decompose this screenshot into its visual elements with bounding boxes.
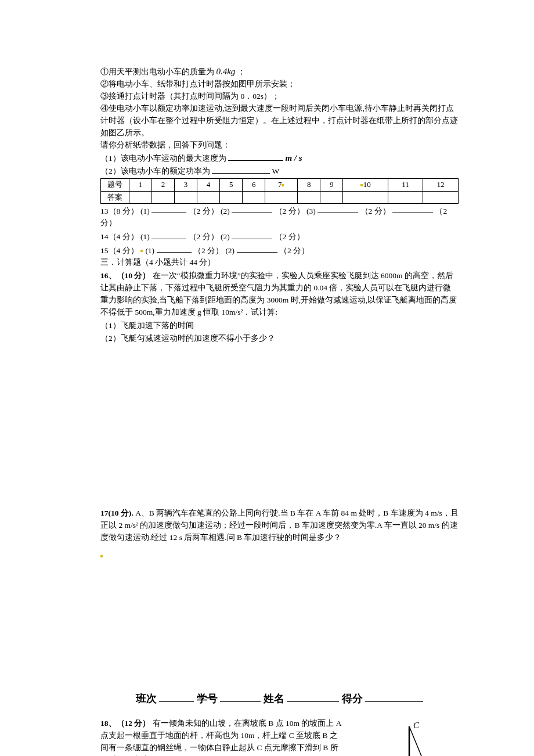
q13-head: 13（8 分） (1) [100, 206, 150, 215]
col-12: 12 [423, 179, 458, 191]
q18-figure: A B C [348, 718, 459, 756]
slope-diagram-icon: A B C [348, 718, 459, 756]
ans-3[interactable] [175, 191, 197, 203]
q13-blank-1[interactable] [151, 205, 186, 214]
class-label: 班次 [136, 693, 157, 704]
q15-sub1: (1) [145, 246, 154, 254]
unit-ms: m / s [286, 153, 302, 163]
blank-power[interactable] [212, 165, 270, 174]
q14-tail: （2 分） [275, 232, 305, 241]
q13-mid3: （2 分） [360, 206, 391, 215]
q13-blank-4[interactable] [392, 205, 433, 214]
q13-blank-3[interactable] [317, 205, 358, 214]
ans-7[interactable] [265, 191, 298, 203]
q18-head: 18、（12 分） [100, 719, 150, 728]
q15-head: 15（4 分） [100, 246, 139, 254]
section-3-title: 三．计算题（4 小题共计 44 分） [100, 257, 459, 269]
q18: 18、（12 分） 有一倾角未知的山坡，在离坡底 B 点 10m 的坡面上 A … [100, 718, 459, 756]
col-6: 6 [243, 179, 265, 191]
score-blank[interactable] [365, 690, 423, 702]
sub-q2: （2）该电动小车的额定功率为 W [100, 165, 459, 177]
exam-page: ①用天平测出电动小车的质量为 0.4kg ； ②将电动小车、纸带和打点计时器按如… [0, 0, 534, 756]
ans-2[interactable] [152, 191, 175, 203]
ans-6[interactable] [243, 191, 265, 203]
ans-10[interactable] [343, 191, 388, 203]
col-9: 9 [320, 179, 343, 191]
id-blank[interactable] [220, 690, 261, 702]
col-1: 1 [129, 179, 152, 191]
q16: 16、（10 分） 在一次“模拟微重力环境”的实验中，实验人员乘座实验飞艇到达 … [100, 270, 459, 345]
q16-sub1: （1）飞艇加速下落的时间 [100, 320, 459, 332]
dot-icon [140, 250, 143, 252]
col-3: 3 [175, 179, 197, 191]
col-10-num: 10 [363, 180, 371, 189]
q15-tail: （2 分） [279, 246, 309, 254]
dot-icon [360, 184, 363, 186]
q17-head: 17(10 分). [100, 509, 134, 517]
q13-mid2: （2 分） (3) [275, 206, 316, 215]
q14-line: 14（4 分） (1) （2 分） (2) （2 分） [100, 231, 459, 243]
dot-icon [100, 555, 103, 557]
score-label: 得分 [342, 693, 363, 704]
ans-4[interactable] [197, 191, 220, 203]
step-4: ④使电动小车以额定功率加速运动,达到最大速度一段时间后关闭小车电源,待小车静止时… [100, 103, 459, 139]
name-blank[interactable] [287, 690, 339, 702]
blank-max-speed[interactable] [228, 152, 283, 161]
id-label: 学号 [197, 693, 218, 704]
q13-mid1: （2 分） (2) [189, 206, 230, 215]
q13-blank-2[interactable] [232, 205, 272, 214]
table-row-header: 题号 1 2 3 4 5 6 7 8 9 10 11 12 [101, 179, 459, 191]
col-7: 7 [265, 179, 298, 191]
answer-label: 答案 [101, 191, 129, 203]
col-5: 5 [220, 179, 243, 191]
q14-blank-1[interactable] [151, 231, 186, 239]
class-blank[interactable] [159, 690, 194, 702]
label-C: C [413, 721, 420, 730]
col-4: 4 [197, 179, 220, 191]
dot-icon [282, 184, 284, 186]
experiment-steps: ①用天平测出电动小车的质量为 0.4kg ； ②将电动小车、纸带和打点计时器按如… [100, 65, 459, 177]
ans-12[interactable] [423, 191, 458, 203]
name-label: 姓名 [264, 693, 284, 704]
col-11: 11 [388, 179, 423, 191]
q15-blank-2[interactable] [237, 244, 277, 253]
svg-line-21 [409, 726, 450, 756]
ans-8[interactable] [298, 191, 320, 203]
sub-q1-text: （1）该电动小车运动的最大速度为 [100, 154, 226, 163]
header-label: 题号 [101, 179, 129, 191]
q14-head: 14（4 分） (1) [100, 232, 150, 241]
q16-body: 在一次“模拟微重力环境”的实验中，实验人员乘座实验飞艇到达 6000m 的高空，… [100, 271, 457, 316]
q17-body: A、B 两辆汽车在笔直的公路上同向行驶.当 B 车在 A 车前 84 m 处时，… [100, 509, 459, 542]
q13-line: 13（8 分） (1) （2 分） (2) （2 分） (3) （2 分） （2… [100, 205, 459, 229]
q16-head: 16、（10 分） [100, 271, 150, 280]
unit-w: W [272, 167, 280, 175]
ans-5[interactable] [220, 191, 243, 203]
step-1-text: ①用天平测出电动小车的质量为 [100, 67, 214, 76]
step-3: ③接通打点计时器（其打点时间间隔为 0．02s）； [100, 91, 459, 103]
step-5: 请你分析纸带数据，回答下列问题： [100, 139, 459, 152]
step-1: ①用天平测出电动小车的质量为 0.4kg ； [100, 65, 459, 78]
step-2: ②将电动小车、纸带和打点计时器按如图甲所示安装； [100, 78, 459, 91]
table-row-answers: 答案 [101, 191, 459, 203]
q15-line: 15（4 分） (1) （2 分） (2) （2 分） [100, 244, 459, 257]
student-info-line: 班次 学号 姓名 得分 [100, 690, 459, 707]
col-2: 2 [152, 179, 175, 191]
q16-sub2: （2）飞艇匀减速运动时的加速度不得小于多少？ [100, 333, 459, 345]
sub-q2-text: （2）该电动小车的额定功率为 [100, 167, 210, 175]
ans-1[interactable] [129, 191, 152, 203]
q15-blank-1[interactable] [157, 244, 192, 253]
q15-mid: （2 分） (2) [193, 246, 234, 254]
q14-blank-2[interactable] [232, 231, 272, 239]
answer-table: 题号 1 2 3 4 5 6 7 8 9 10 11 12 答案 [100, 178, 459, 203]
mass-value: 0.4kg [216, 67, 235, 76]
q17: 17(10 分). A、B 两辆汽车在笔直的公路上同向行驶.当 B 车在 A 车… [100, 507, 459, 544]
col-8: 8 [298, 179, 320, 191]
sub-q1: （1）该电动小车运动的最大速度为 m / s [100, 152, 459, 165]
q14-mid: （2 分） (2) [189, 232, 230, 241]
ans-9[interactable] [320, 191, 343, 203]
step-1-tail: ； [237, 67, 246, 76]
col-10: 10 [343, 179, 388, 191]
ans-11[interactable] [388, 191, 423, 203]
